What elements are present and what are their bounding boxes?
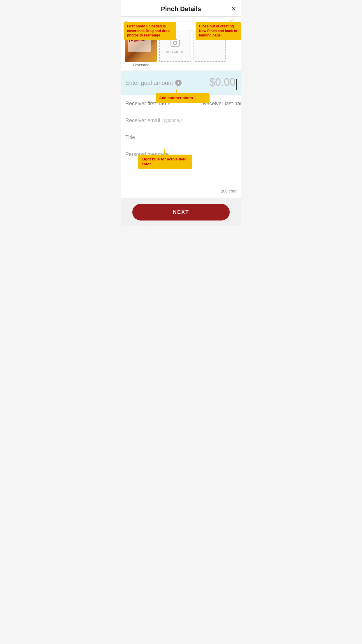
add-more-button[interactable]: ADD MORE bbox=[159, 30, 191, 62]
photos-section: Ph Covershot ADD MORE bbox=[121, 17, 241, 71]
char-limit: 200 char bbox=[121, 187, 241, 198]
page-title: Pinch Details bbox=[161, 5, 201, 13]
header: Pinch Details × bbox=[121, 0, 241, 17]
photos-row: Covershot ADD MORE bbox=[125, 30, 237, 67]
goal-value: $0.00 bbox=[209, 76, 237, 90]
add-more-box-2[interactable] bbox=[194, 30, 226, 62]
receiver-first-name[interactable] bbox=[121, 95, 198, 112]
personal-message-field[interactable]: Personal message bbox=[121, 146, 241, 187]
receiver-email-field[interactable]: Receiver email (optional) bbox=[121, 112, 241, 129]
goal-label: Enter goal amount i bbox=[125, 80, 182, 86]
title-field[interactable]: Title bbox=[121, 129, 241, 146]
page-wrapper: Pinch Details × Ph Covershot ADD MORE bbox=[121, 0, 241, 226]
camera-icon bbox=[171, 38, 180, 49]
covershot-image bbox=[125, 30, 157, 62]
next-button[interactable]: NEXT bbox=[132, 204, 230, 220]
bottom-bar: NEXT bbox=[121, 198, 241, 226]
cursor bbox=[236, 79, 237, 90]
close-button[interactable]: × bbox=[231, 5, 236, 13]
covershot-item: Covershot bbox=[125, 30, 157, 67]
goal-amount-field[interactable]: Enter goal amount i $0.00 bbox=[121, 71, 241, 95]
info-icon: i bbox=[175, 80, 182, 86]
add-more-label: ADD MORE bbox=[166, 50, 184, 54]
receiver-last-name[interactable] bbox=[198, 95, 241, 112]
photos-label: Ph bbox=[125, 21, 237, 27]
form-section: Enter goal amount i $0.00 Receiver email… bbox=[121, 71, 241, 198]
receiver-name-row bbox=[121, 95, 241, 112]
covershot-label: Covershot bbox=[133, 63, 149, 67]
